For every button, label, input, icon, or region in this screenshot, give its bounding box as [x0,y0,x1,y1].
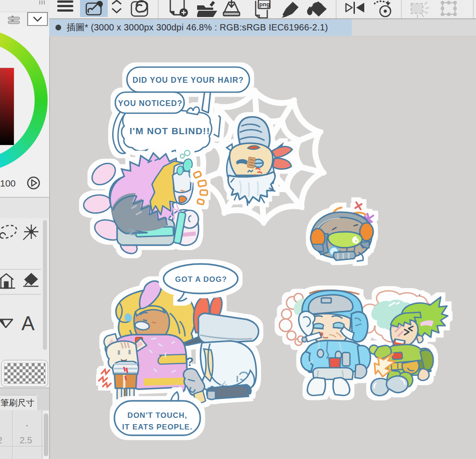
svg-text:DID YOU DYE YOUR HAIR?: DID YOU DYE YOUR HAIR? [133,76,244,85]
svg-text:png: png [259,1,270,8]
svg-text:GOT A DOG?: GOT A DOG? [175,275,227,284]
svg-text:IT EATS PEOPLE.: IT EATS PEOPLE. [122,423,192,431]
svg-text:I'M NOT BLIND!!: I'M NOT BLIND!! [130,126,210,136]
svg-text:DON'T TOUCH,: DON'T TOUCH, [127,411,187,420]
svg-text:A: A [21,312,35,334]
svg-text:?: ? [186,355,194,369]
svg-text:YOU NOTICED?: YOU NOTICED? [118,99,182,108]
